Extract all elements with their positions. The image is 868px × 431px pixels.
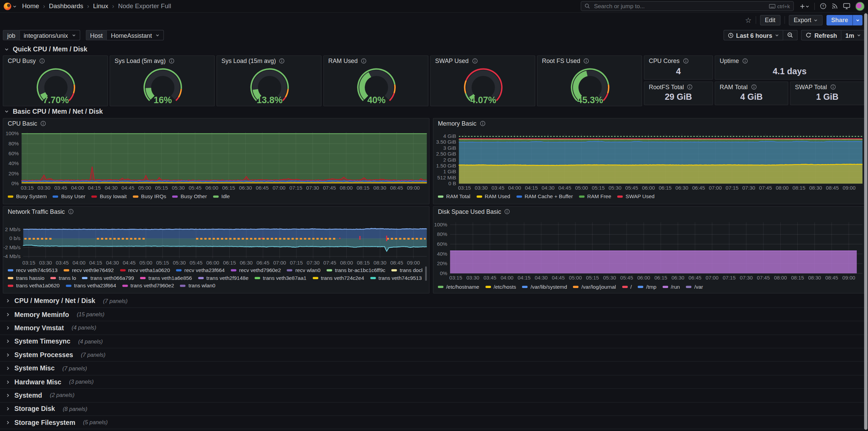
info-icon[interactable]	[39, 58, 45, 64]
page-scrollbar[interactable]	[864, 12, 868, 431]
info-icon[interactable]	[830, 84, 836, 89]
legend-scrollbar[interactable]	[425, 267, 427, 281]
legend-item[interactable]: Busy User	[53, 193, 85, 200]
gauge-title[interactable]: Sys Load (5m avg)	[115, 58, 175, 64]
refresh-button[interactable]: Refresh	[801, 30, 841, 41]
legend-item[interactable]: trans hassio	[8, 274, 45, 282]
legend-item[interactable]: trans br-ac1bc1c6ff9c	[327, 267, 386, 274]
legend-item[interactable]: /etc/hostname	[438, 283, 479, 290]
collapsed-row-system-processes[interactable]: System Processes(7 panels)	[0, 348, 868, 362]
legend-item[interactable]: Busy System	[8, 193, 47, 200]
stat-title[interactable]: CPU Cores	[649, 58, 689, 64]
legend-item[interactable]: Busy Iowait	[92, 193, 127, 200]
plot-cpu[interactable]: 0%20%40%60%80%100%03:1503:3003:4504:0004…	[3, 118, 430, 205]
collapsed-row-system-misc[interactable]: System Misc(7 panels)	[0, 362, 868, 376]
legend-item[interactable]: /etc/hosts	[485, 283, 516, 290]
gauge-title[interactable]: RAM Used	[328, 58, 367, 64]
kiosk-monitor-icon[interactable]	[843, 3, 850, 10]
time-range-picker[interactable]: Last 6 hours	[723, 30, 783, 41]
refresh-interval-picker[interactable]: 1m	[841, 30, 865, 41]
legend-item[interactable]: trans veth724c2e4	[312, 274, 364, 282]
info-icon[interactable]	[40, 121, 46, 126]
info-icon[interactable]	[169, 58, 175, 64]
legend-item[interactable]: trans veth74c9513	[370, 274, 422, 282]
breadcrumb-item-linux[interactable]: Linux	[93, 3, 108, 10]
collapsed-row-storage-filesystem[interactable]: Storage Filesystem(5 panels)	[0, 416, 868, 430]
breadcrumb-item-home[interactable]: Home	[22, 3, 39, 10]
share-button[interactable]: Share	[827, 15, 853, 25]
legend-item[interactable]: trans vetha23f664	[66, 282, 116, 289]
collapsed-row-cpu-memory-net-disk[interactable]: CPU / Memory / Net / Disk(7 panels)	[0, 294, 868, 308]
stat-title[interactable]: Uptime	[720, 58, 748, 64]
legend-item[interactable]: trans docker0	[391, 267, 422, 274]
export-button[interactable]: Export	[789, 15, 823, 25]
user-avatar[interactable]	[855, 1, 865, 11]
info-icon[interactable]	[505, 209, 510, 214]
info-icon[interactable]	[361, 58, 366, 64]
variable-value-dropdown[interactable]: integrations/unix	[19, 30, 80, 41]
legend-item[interactable]: trans veth2f9148e	[198, 274, 248, 282]
legend-item[interactable]: trans veth1a6e856	[140, 274, 192, 282]
favorite-star-icon[interactable]: ☆	[745, 16, 752, 23]
collapsed-row-storage-disk[interactable]: Storage Disk(8 panels)	[0, 402, 868, 416]
chart-mem-title[interactable]: Memory Basic	[438, 120, 485, 127]
legend-item[interactable]: trans veth3e87aa1	[255, 274, 306, 282]
legend-item[interactable]: /var/log/journal	[573, 283, 616, 290]
info-icon[interactable]	[687, 84, 693, 89]
legend-item[interactable]: /run	[662, 283, 680, 290]
section-basic-cpu-mem-net-disk[interactable]: Basic CPU / Mem / Net / Disk	[0, 106, 868, 116]
legend-item[interactable]: trans wlan0	[180, 282, 215, 289]
chart-cpu-title[interactable]: CPU Basic	[8, 120, 46, 127]
info-icon[interactable]	[472, 58, 477, 64]
zoom-out-button[interactable]	[783, 30, 798, 41]
variable-value-dropdown[interactable]: HomeAssistant	[107, 30, 164, 41]
legend-item[interactable]: /tmp	[638, 283, 656, 290]
legend-item[interactable]: recv vetha1a0620	[120, 267, 170, 274]
legend-item[interactable]: /var/lib/systemd	[522, 283, 567, 290]
legend-item[interactable]: Busy Other	[172, 193, 207, 200]
legend-item[interactable]: RAM Used	[476, 193, 510, 200]
info-icon[interactable]	[742, 58, 748, 64]
gauge-title[interactable]: SWAP Used	[435, 58, 478, 64]
gauge-title[interactable]: Root FS Used	[542, 58, 589, 64]
chart-disk-title[interactable]: Disk Space Used Basic	[438, 208, 510, 215]
legend-item[interactable]: SWAP Used	[617, 193, 654, 200]
grafana-logo[interactable]	[3, 2, 17, 10]
info-icon[interactable]	[279, 58, 285, 64]
collapsed-row-memory-meminfo[interactable]: Memory Meminfo(15 panels)	[0, 308, 868, 321]
breadcrumb-item-node-exporter-full[interactable]: Node Exporter Full	[118, 3, 171, 10]
stat-title[interactable]: SWAP Total	[795, 83, 836, 90]
breadcrumb-item-dashboards[interactable]: Dashboards	[49, 3, 83, 10]
page-scrollbar-thumb[interactable]	[864, 13, 868, 430]
search-input[interactable]	[593, 2, 766, 10]
news-icon[interactable]	[832, 3, 838, 10]
plot-disk[interactable]: 0%20%40%60%80%100%03:1503:3003:4504:0004…	[433, 207, 866, 294]
collapsed-row-systemd[interactable]: Systemd(2 panels)	[0, 389, 868, 402]
chart-net-title[interactable]: Network Traffic Basic	[8, 208, 74, 215]
plot-mem[interactable]: 0 B512 MiB1 GiB1.50 GiB2 GiB2.50 GiB3 Gi…	[433, 118, 866, 205]
legend-item[interactable]: /var	[686, 283, 703, 290]
legend-item[interactable]: recv veth9e76492	[64, 267, 114, 274]
legend-item[interactable]: recv veth74c9513	[8, 267, 58, 274]
new-plus-button[interactable]	[799, 3, 809, 9]
share-caret-button[interactable]	[852, 15, 862, 25]
info-icon[interactable]	[584, 58, 589, 64]
legend-item[interactable]: RAM Total	[438, 193, 470, 200]
legend-item[interactable]: recv wlan0	[287, 267, 321, 274]
legend-item[interactable]: trans vethd7960e2	[122, 282, 174, 289]
info-icon[interactable]	[68, 209, 73, 214]
legend-item[interactable]: Busy IRQs	[133, 193, 166, 200]
info-icon[interactable]	[751, 84, 756, 89]
collapsed-row-hardware-misc[interactable]: Hardware Misc(3 panels)	[0, 376, 868, 389]
info-icon[interactable]	[683, 58, 688, 64]
gauge-title[interactable]: CPU Busy	[8, 58, 45, 64]
legend-item[interactable]: RAM Free	[579, 193, 611, 200]
edit-button[interactable]: Edit	[760, 15, 780, 25]
help-icon[interactable]: ?	[820, 3, 826, 10]
info-icon[interactable]	[480, 121, 485, 126]
stat-title[interactable]: RAM Total	[720, 83, 756, 90]
legend-item[interactable]: /	[622, 283, 632, 290]
collapsed-row-system-timesync[interactable]: System Timesync(4 panels)	[0, 335, 868, 349]
legend-item[interactable]: RAM Cache + Buffer	[516, 193, 573, 200]
section-quick-cpu-mem-disk[interactable]: Quick CPU / Mem / Disk	[0, 44, 868, 54]
